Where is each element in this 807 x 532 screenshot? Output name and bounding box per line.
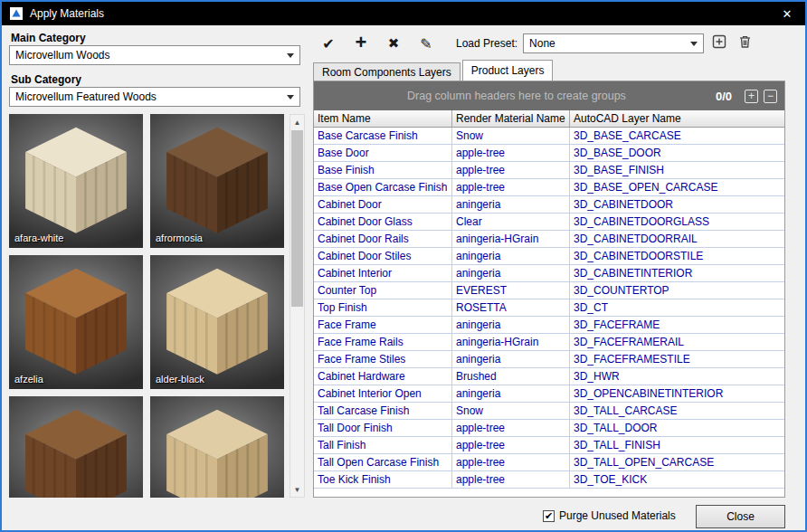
table-row[interactable]: Cabinet Door Railsaningeria-HGrain3D_CAB… <box>314 231 784 248</box>
table-row[interactable]: Base Open Carcase Finishapple-tree3D_BAS… <box>314 179 784 196</box>
table-cell[interactable]: Snow <box>452 403 570 420</box>
table-cell[interactable]: 3D_CABINETDOORSTILE <box>570 248 784 265</box>
close-window-button[interactable]: ✕ <box>769 2 805 25</box>
table-cell[interactable]: 3D_BASE_OPEN_CARCASE <box>570 179 784 196</box>
column-header[interactable]: AutoCAD Layer Name <box>570 110 784 127</box>
save-preset-button[interactable] <box>709 33 729 53</box>
tab-room-components-layers[interactable]: Room Components Layers <box>313 62 460 81</box>
table-cell[interactable]: 3D_FACEFRAME <box>570 317 784 334</box>
table-row[interactable]: Tall Carcase FinishSnow3D_TALL_CARCASE <box>314 403 784 420</box>
table-cell[interactable]: aningeria-HGrain <box>452 334 570 351</box>
table-cell[interactable]: apple-tree <box>452 179 570 196</box>
table-row[interactable]: Cabinet Door GlassClear3D_CABINETDOORGLA… <box>314 214 784 231</box>
scrollbar-thumb[interactable] <box>291 130 303 307</box>
table-cell[interactable]: 3D_TALL_FINISH <box>570 437 784 454</box>
table-row[interactable]: Face Frame Railsaningeria-HGrain3D_FACEF… <box>314 334 784 351</box>
main-category-dropdown[interactable]: Microvellum Woods <box>9 45 300 65</box>
table-cell[interactable]: 3D_HWR <box>570 368 784 385</box>
table-cell[interactable]: Cabinet Door Rails <box>314 231 452 248</box>
expand-all-button[interactable]: + <box>745 90 758 103</box>
table-cell[interactable]: apple-tree <box>452 454 570 471</box>
table-cell[interactable]: Tall Carcase Finish <box>314 403 452 420</box>
table-row[interactable]: Base Finishapple-tree3D_BASE_FINISH <box>314 162 784 179</box>
title-bar[interactable]: Apply Materials ✕ <box>2 2 805 25</box>
table-cell[interactable]: 3D_CABINETINTERIOR <box>570 265 784 282</box>
table-row[interactable]: Face Frameaningeria3D_FACEFRAME <box>314 317 784 334</box>
table-row[interactable]: Cabinet HardwareBrushed3D_HWR <box>314 368 784 385</box>
table-row[interactable]: Base Carcase FinishSnow3D_BASE_CARCASE <box>314 128 784 145</box>
column-header[interactable]: Item Name <box>314 110 452 127</box>
table-cell[interactable]: apple-tree <box>452 162 570 179</box>
close-button[interactable]: Close <box>696 505 785 528</box>
table-row[interactable]: Toe Kick Finishapple-tree3D_TOE_KICK <box>314 471 784 489</box>
delete-button[interactable]: ✖ <box>380 32 407 55</box>
table-cell[interactable]: aningeria <box>452 317 570 334</box>
table-cell[interactable]: Tall Open Carcase Finish <box>314 454 452 471</box>
table-cell[interactable]: apple-tree <box>452 437 570 454</box>
preset-dropdown[interactable]: None <box>523 33 704 53</box>
checkbox-checked-icon[interactable]: ✔ <box>543 510 555 522</box>
table-row[interactable]: Tall Door Finishapple-tree3D_TALL_DOOR <box>314 420 784 437</box>
table-cell[interactable]: 3D_TALL_CARCASE <box>570 403 784 420</box>
table-cell[interactable]: 3D_TALL_DOOR <box>570 420 784 437</box>
table-cell[interactable]: 3D_TALL_OPEN_CARCASE <box>570 454 784 471</box>
table-cell[interactable]: Cabinet Door Glass <box>314 214 452 231</box>
material-thumbnail[interactable]: alder-black <box>150 255 284 389</box>
table-cell[interactable]: 3D_BASE_CARCASE <box>570 128 784 145</box>
tab-product-layers[interactable]: Product Layers <box>462 60 554 81</box>
table-row[interactable]: Cabinet Interior Openaningeria3D_OPENCAB… <box>314 385 784 403</box>
scroll-up-arrow[interactable]: ▲ <box>290 115 304 129</box>
table-cell[interactable]: Face Frame <box>314 317 452 334</box>
table-cell[interactable]: Brushed <box>452 368 570 385</box>
material-thumbnail[interactable] <box>9 396 143 498</box>
table-cell[interactable]: Clear <box>452 214 570 231</box>
table-cell[interactable]: Base Carcase Finish <box>314 128 452 145</box>
table-cell[interactable]: aningeria <box>452 385 570 403</box>
table-cell[interactable]: 3D_FACEFRAMERAIL <box>570 334 784 351</box>
table-cell[interactable]: 3D_BASE_DOOR <box>570 145 784 162</box>
table-cell[interactable]: Base Open Carcase Finish <box>314 179 452 196</box>
material-thumbnail[interactable]: afzelia <box>9 255 143 389</box>
group-by-bar[interactable]: Drag column headers here to create group… <box>314 81 784 110</box>
table-cell[interactable]: Face Frame Stiles <box>314 351 452 368</box>
table-cell[interactable]: apple-tree <box>452 145 570 162</box>
table-cell[interactable]: Counter Top <box>314 282 452 299</box>
table-cell[interactable]: apple-tree <box>452 420 570 437</box>
table-cell[interactable]: aningeria <box>452 351 570 368</box>
table-cell[interactable]: Base Finish <box>314 162 452 179</box>
table-cell[interactable]: apple-tree <box>452 471 570 489</box>
table-row[interactable]: Counter TopEVEREST3D_COUNTERTOP <box>314 282 784 299</box>
table-row[interactable]: Base Doorapple-tree3D_BASE_DOOR <box>314 145 784 162</box>
table-cell[interactable]: aningeria <box>452 196 570 214</box>
table-row[interactable]: Cabinet Interioraningeria3D_CABINETINTER… <box>314 265 784 282</box>
table-cell[interactable]: Snow <box>452 128 570 145</box>
table-cell[interactable]: Cabinet Hardware <box>314 368 452 385</box>
table-cell[interactable]: Base Door <box>314 145 452 162</box>
table-cell[interactable]: 3D_TOE_KICK <box>570 471 784 489</box>
table-cell[interactable]: Face Frame Rails <box>314 334 452 351</box>
material-thumbnail[interactable] <box>150 396 284 498</box>
table-cell[interactable]: 3D_BASE_FINISH <box>570 162 784 179</box>
sub-category-dropdown[interactable]: Microvellum Featured Woods <box>9 87 300 107</box>
material-thumbnail[interactable]: afrormosia <box>150 114 284 248</box>
table-row[interactable]: Face Frame Stilesaningeria3D_FACEFRAMEST… <box>314 351 784 368</box>
table-cell[interactable]: 3D_OPENCABINETINTERIOR <box>570 385 784 403</box>
apply-button[interactable]: ✔ <box>315 32 342 55</box>
table-cell[interactable]: aningeria-HGrain <box>452 231 570 248</box>
table-cell[interactable]: 3D_FACEFRAMESTILE <box>570 351 784 368</box>
table-cell[interactable]: Top Finish <box>314 299 452 317</box>
add-button[interactable]: + <box>347 32 375 55</box>
table-cell[interactable]: ROSETTA <box>452 299 570 317</box>
table-cell[interactable]: Cabinet Door <box>314 196 452 214</box>
table-cell[interactable]: 3D_CABINETDOOR <box>570 196 784 214</box>
table-cell[interactable]: Cabinet Door Stiles <box>314 248 452 265</box>
table-row[interactable]: Cabinet Door Stilesaningeria3D_CABINETDO… <box>314 248 784 265</box>
table-cell[interactable]: 3D_CT <box>570 299 784 317</box>
table-cell[interactable]: Cabinet Interior <box>314 265 452 282</box>
table-row[interactable]: Top FinishROSETTA3D_CT <box>314 299 784 317</box>
table-row[interactable]: Cabinet Dooraningeria3D_CABINETDOOR <box>314 196 784 214</box>
thumbnail-scrollbar[interactable]: ▲ ▼ <box>290 114 305 498</box>
table-cell[interactable]: Cabinet Interior Open <box>314 385 452 403</box>
delete-preset-button[interactable] <box>735 33 755 53</box>
table-cell[interactable]: Tall Door Finish <box>314 420 452 437</box>
